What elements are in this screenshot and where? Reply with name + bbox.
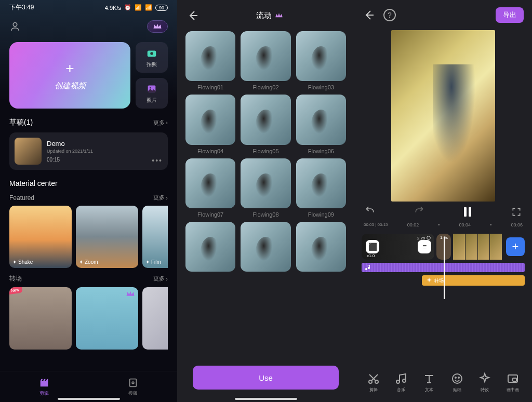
featured-title: Featured <box>9 194 34 202</box>
drafts-title: 草稿(1) <box>9 118 33 127</box>
featured-more[interactable]: 更多› <box>153 194 168 202</box>
draft-name: Demo <box>47 140 147 148</box>
svg-point-6 <box>132 382 134 384</box>
effect-item[interactable] <box>185 222 235 272</box>
clip-thumbnails[interactable] <box>453 234 502 260</box>
back-icon[interactable] <box>363 9 375 21</box>
effect-item[interactable] <box>296 222 346 272</box>
svg-rect-16 <box>513 378 516 381</box>
clip-handle[interactable]: ⬛ <box>366 240 379 253</box>
effect-thumbnail <box>185 222 235 272</box>
video-preview[interactable] <box>391 30 495 202</box>
user-icon[interactable] <box>9 21 21 32</box>
playhead[interactable] <box>444 237 445 299</box>
svg-point-4 <box>150 87 151 88</box>
draft-duration: 00:15 <box>47 157 147 163</box>
drafts-more[interactable]: 更多› <box>153 119 168 127</box>
signal-icon: 📶 <box>135 4 142 11</box>
video-track[interactable]: 2.2s ⬛ ≡ x1.0 1.6s ≡ x1.0 + <box>362 234 525 260</box>
effect-item[interactable]: Flowing01 <box>185 31 235 90</box>
effect-item[interactable]: Flowing05 <box>241 95 290 154</box>
redo-icon[interactable] <box>414 207 424 217</box>
effects-grid: Flowing01 Flowing02 Flowing03 Flowing04 … <box>177 31 354 272</box>
effect-thumbnail <box>241 31 290 81</box>
transitions-title: 转场 <box>9 274 22 283</box>
sparkle-icon <box>478 372 491 385</box>
svg-point-13 <box>455 377 456 378</box>
tool-effects[interactable]: 特效 <box>478 372 491 393</box>
create-video-button[interactable]: + 创建视频 <box>9 42 130 109</box>
chevron-right-icon: › <box>166 276 168 282</box>
undo-icon[interactable] <box>365 207 375 217</box>
camera-icon <box>146 47 157 59</box>
tool-sticker[interactable]: 贴纸 <box>451 372 463 393</box>
effect-thumbnail <box>185 95 235 144</box>
photo-icon <box>146 83 157 95</box>
new-badge: New <box>9 287 23 294</box>
effect-item[interactable]: Flowing04 <box>185 95 235 154</box>
effects-title: 流动 <box>256 11 272 21</box>
status-icons: 4.9K/s ⏰ 📶 📶 90 <box>105 4 168 11</box>
tool-cut[interactable]: 剪辑 <box>367 372 380 393</box>
transition-item[interactable]: New <box>9 287 72 350</box>
shoot-button[interactable]: 拍照 <box>136 42 168 73</box>
effect-track[interactable]: 转场 <box>422 275 525 286</box>
add-clip-button[interactable]: + <box>506 237 525 256</box>
effect-thumbnail <box>241 95 290 144</box>
effect-item[interactable]: Flowing03 <box>296 31 346 90</box>
clapperboard-icon <box>38 377 50 388</box>
effect-item[interactable]: Flowing02 <box>241 31 290 90</box>
premium-badge[interactable] <box>147 20 168 33</box>
status-time: 下午3:49 <box>9 3 34 12</box>
effect-thumbnail <box>185 158 235 208</box>
featured-item[interactable]: ✦Zoom <box>76 206 138 268</box>
timeline-marks: 00:03 | 00:15 00:02 • 00:04 • 00:06 <box>354 222 532 227</box>
transition-item[interactable] <box>142 287 168 350</box>
svg-point-7 <box>427 236 431 240</box>
alarm-icon: ⏰ <box>124 4 131 11</box>
crown-icon <box>275 12 283 19</box>
plus-icon: + <box>65 60 74 77</box>
svg-point-12 <box>453 374 462 383</box>
video-clip[interactable]: 2.2s ⬛ ≡ x1.0 <box>362 234 434 260</box>
help-icon[interactable]: ? <box>383 9 396 21</box>
pip-icon <box>507 372 519 385</box>
fullscreen-icon[interactable] <box>511 207 522 217</box>
draft-menu-icon[interactable]: ••• <box>152 156 163 165</box>
template-icon <box>127 377 139 388</box>
effect-item[interactable] <box>241 222 290 272</box>
tool-pip[interactable]: 画中画 <box>507 372 519 393</box>
back-icon[interactable] <box>187 9 199 22</box>
home-indicator <box>235 398 297 400</box>
material-title: Material center <box>9 179 168 187</box>
featured-item[interactable]: ✦Film <box>142 206 168 268</box>
sparkle-icon: ✦ <box>12 259 17 265</box>
music-icon <box>365 264 372 271</box>
photo-button[interactable]: 照片 <box>136 78 168 109</box>
effect-item[interactable]: Flowing07 <box>185 158 235 218</box>
tool-music[interactable]: 音乐 <box>395 372 407 393</box>
bottom-nav: 剪辑 模版 <box>0 371 177 402</box>
draft-item[interactable]: Demo Updated on 2021/1/11 00:15 ••• <box>9 132 168 170</box>
effect-item[interactable]: Flowing06 <box>296 95 346 154</box>
clip-handle[interactable]: ≡ <box>418 240 431 253</box>
crown-icon <box>126 290 135 298</box>
home-indicator <box>58 398 120 400</box>
effect-thumbnail <box>185 31 235 81</box>
tool-text[interactable]: 文本 <box>423 372 435 393</box>
create-label: 创建视频 <box>55 81 86 91</box>
effect-item[interactable]: Flowing08 <box>241 158 290 218</box>
effect-item[interactable]: Flowing09 <box>296 158 346 218</box>
transitions-more[interactable]: 更多› <box>153 275 168 283</box>
transition-item[interactable] <box>76 287 138 350</box>
use-button[interactable]: Use <box>193 366 339 390</box>
sparkle-icon: ✦ <box>79 259 83 265</box>
featured-item[interactable]: ✦Shake <box>9 206 72 268</box>
pause-button[interactable] <box>464 207 472 217</box>
audio-track[interactable] <box>362 263 525 272</box>
export-button[interactable]: 导出 <box>496 7 524 23</box>
sparkle-icon: ✦ <box>145 259 150 265</box>
sparkle-icon <box>426 277 432 284</box>
effect-thumbnail <box>296 158 346 208</box>
crown-icon <box>153 23 162 30</box>
